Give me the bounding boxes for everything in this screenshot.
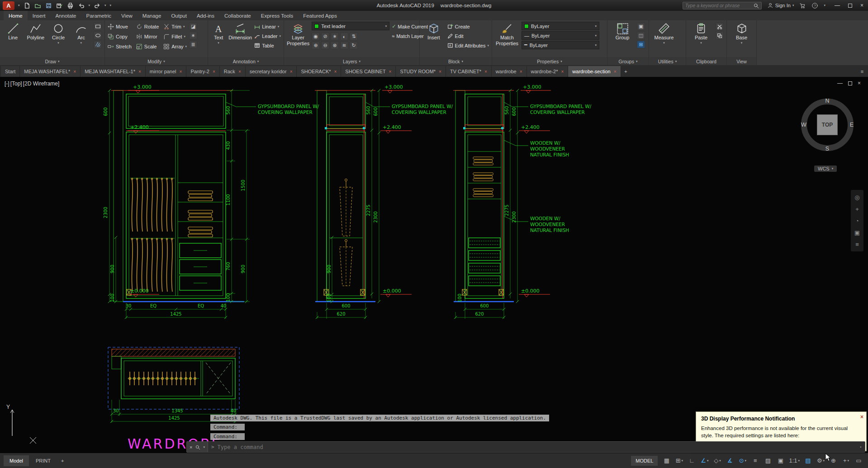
annotation-panel-expander[interactable]: Annotation▾ xyxy=(208,57,284,65)
search-input[interactable] xyxy=(685,3,751,8)
steering-wheel-icon[interactable]: ◎ xyxy=(852,191,863,203)
annotation-scale-button[interactable]: 1:1▾ xyxy=(787,455,801,466)
layer-tool-icon[interactable]: ⇅ xyxy=(350,33,358,40)
lineweight-toggle[interactable]: ≡ xyxy=(749,455,761,466)
move-button[interactable]: Move xyxy=(108,22,132,31)
layer-tool-icon[interactable]: ◐ xyxy=(340,33,348,40)
app-store-cart-icon[interactable] xyxy=(799,2,806,9)
ribbon-tab-output[interactable]: Output xyxy=(166,11,192,20)
redo-icon[interactable] xyxy=(94,2,101,9)
tab-close-icon[interactable]: × xyxy=(180,69,182,74)
file-tab[interactable]: TV CABINET*× xyxy=(446,66,492,77)
explode-tool-icon[interactable]: ∗ xyxy=(189,32,197,39)
scale-button[interactable]: Scale xyxy=(136,42,159,51)
object-snap-tracking-toggle[interactable]: ∡ xyxy=(724,455,735,466)
file-tab[interactable]: STUDY ROOM*× xyxy=(396,66,446,77)
clean-screen-button[interactable]: ▭ xyxy=(853,455,864,466)
rectangle-tool-icon[interactable] xyxy=(94,23,102,30)
ellipse-tool-icon[interactable] xyxy=(94,32,102,39)
base-button[interactable]: Base ▾ xyxy=(730,22,754,57)
close-button[interactable]: × xyxy=(860,2,863,9)
file-tab[interactable]: SHOERACK*× xyxy=(297,66,341,77)
group-edit-tool-icon[interactable]: ◫ xyxy=(637,32,645,39)
erase-tool-icon[interactable]: ◪ xyxy=(189,23,197,30)
layers-panel-expander[interactable]: Layers▾ xyxy=(284,57,419,65)
paste-button[interactable]: Paste ▾ xyxy=(689,22,713,57)
hatch-tool-icon[interactable] xyxy=(94,41,102,48)
transparency-toggle[interactable]: ▨ xyxy=(762,455,773,466)
tab-close-icon[interactable]: × xyxy=(520,69,522,74)
file-tab[interactable]: Rack× xyxy=(220,66,246,77)
layer-tool-icon[interactable]: ↻ xyxy=(350,42,358,49)
command-history-caret-icon[interactable]: ▾ xyxy=(860,445,862,449)
circle-button[interactable]: Circle ▾ xyxy=(48,22,69,57)
help-caret-icon[interactable]: ▾ xyxy=(824,4,825,7)
viewcube-west[interactable]: W xyxy=(801,122,806,128)
viewcube-south[interactable]: S xyxy=(825,146,829,152)
edit-block-button[interactable]: Edit xyxy=(447,31,489,41)
redo-caret-icon[interactable]: ▾ xyxy=(104,4,106,7)
group-selection-tool-icon[interactable]: ⊞ xyxy=(637,41,645,48)
layer-tool-icon[interactable]: ⊘ xyxy=(321,33,329,40)
showmotion-icon[interactable]: ≡ xyxy=(852,238,863,250)
ribbon-tab-view[interactable]: View xyxy=(116,11,138,20)
ribbon-tab-parametric[interactable]: Parametric xyxy=(81,11,117,20)
measure-button[interactable]: Measure ▾ xyxy=(652,22,676,57)
file-tab-start[interactable]: Start xyxy=(1,66,20,77)
tab-close-icon[interactable]: × xyxy=(389,69,392,74)
file-tab[interactable]: secretary koridor× xyxy=(246,66,297,77)
viewport-menu-control[interactable]: [-] xyxy=(5,80,9,87)
new-file-icon[interactable] xyxy=(24,2,31,9)
copy-button[interactable]: Copy xyxy=(108,32,132,41)
stretch-button[interactable]: Stretch xyxy=(108,42,132,51)
sign-in-button[interactable]: Sign In ▾ xyxy=(767,2,794,9)
properties-panel-expander[interactable]: Properties▾ xyxy=(492,57,607,65)
draw-panel-expander[interactable]: Draw▾ xyxy=(0,57,104,65)
orbit-icon[interactable]: ▣ xyxy=(852,227,863,238)
offset-tool-icon[interactable]: ≣ xyxy=(189,41,197,48)
tab-close-icon[interactable]: × xyxy=(213,69,215,74)
leader-button[interactable]: Leader▾ xyxy=(254,31,281,41)
ribbon-tab-home[interactable]: Home xyxy=(4,11,28,20)
tab-close-icon[interactable]: × xyxy=(614,69,617,74)
snap-toggle[interactable]: ⊞▾ xyxy=(674,455,685,466)
pan-icon[interactable]: + xyxy=(852,203,863,215)
command-input[interactable] xyxy=(218,444,857,450)
file-tab[interactable]: MEJA WASHTAFEL*× xyxy=(20,66,81,77)
ribbon-tab-addins[interactable]: Add-ins xyxy=(192,11,219,20)
layer-tool-icon[interactable]: ∗ xyxy=(331,33,339,40)
drawing-close-button[interactable]: × xyxy=(858,80,861,86)
drawing-canvas[interactable]: 600 2300 900 100 560 430 1100 760 100 15… xyxy=(0,77,868,453)
tab-close-icon[interactable]: × xyxy=(238,69,241,74)
viewport-view-control[interactable]: [Top] xyxy=(10,80,22,87)
search-icon[interactable] xyxy=(753,3,759,9)
dimension-button[interactable]: Dimension xyxy=(228,22,252,57)
file-tab-active[interactable]: wardrobe-section× xyxy=(568,66,621,77)
groups-panel-expander[interactable]: Groups▾ xyxy=(607,57,649,65)
model-space-button[interactable]: MODEL xyxy=(631,456,658,466)
tab-close-icon[interactable]: × xyxy=(439,69,441,74)
mirror-button[interactable]: Mirror xyxy=(136,32,159,41)
drawing-restore-button[interactable] xyxy=(848,81,852,85)
layer-properties-button[interactable]: Layer Properties xyxy=(287,22,309,57)
command-search-icon[interactable] xyxy=(195,444,200,450)
new-layout-button[interactable]: + xyxy=(57,455,67,466)
viewcube[interactable]: N W E S TOP xyxy=(800,98,854,152)
copy-clip-tool-icon[interactable] xyxy=(716,32,724,39)
grid-toggle[interactable]: ▦ xyxy=(661,455,672,466)
viewcube-north[interactable]: N xyxy=(825,98,829,104)
command-line-palette[interactable]: × ▾ > ▾ xyxy=(186,441,865,453)
new-tab-button[interactable]: + xyxy=(621,66,631,77)
file-tab[interactable]: wardrobe-2*× xyxy=(527,66,569,77)
print-layout-tab[interactable]: PRINT xyxy=(30,455,57,466)
autocad-logo-icon[interactable]: A xyxy=(3,1,14,10)
layer-tool-icon[interactable]: ⊗ xyxy=(331,42,339,49)
file-tab[interactable]: Pantry-2× xyxy=(186,66,219,77)
qat-customize-caret-icon[interactable]: ▾ xyxy=(110,4,112,7)
linear-button[interactable]: Linear▾ xyxy=(254,22,281,31)
ribbon-tab-manage[interactable]: Manage xyxy=(138,11,166,20)
modify-panel-expander[interactable]: Modify▾ xyxy=(105,57,208,65)
save-icon[interactable] xyxy=(45,2,52,9)
open-file-icon[interactable] xyxy=(34,2,42,9)
layer-dropdown[interactable]: Text leader ▾ xyxy=(312,22,389,30)
